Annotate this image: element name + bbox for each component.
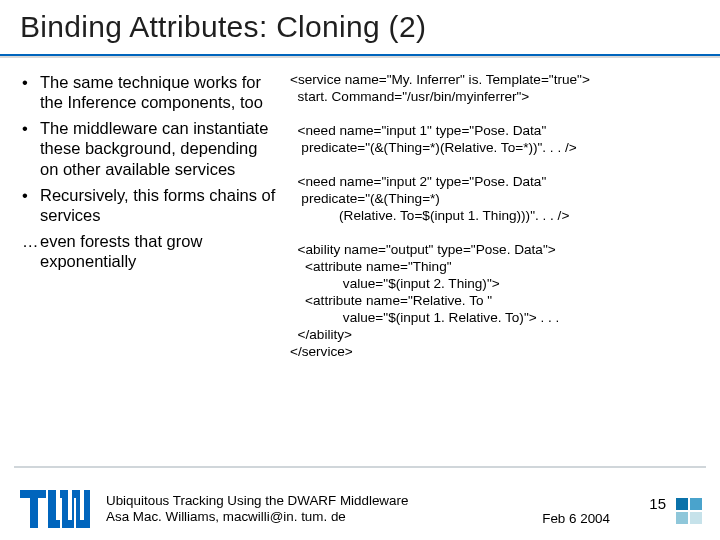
right-column: <service name="My. Inferrer" is. Templat… (290, 72, 700, 361)
code-line: predicate="(&(Thing=*) (290, 191, 440, 206)
code-line: <need name="input 1" type="Pose. Data" (290, 123, 546, 138)
footer-date: Feb 6 2004 (542, 511, 610, 526)
page-number: 15 (649, 495, 666, 512)
left-column: • The same technique works for the Infer… (20, 72, 278, 361)
code-line: <attribute name="Thing" (290, 259, 452, 274)
bullet-list: • The same technique works for the Infer… (20, 72, 278, 271)
code-line: </ability> (290, 327, 352, 342)
code-line: <ability name="output" type="Pose. Data"… (290, 242, 556, 257)
slide-body: • The same technique works for the Infer… (0, 58, 720, 361)
bullet-text: even forests that grow exponentially (40, 232, 202, 270)
bullet-item: • Recursively, this forms chains of serv… (20, 185, 278, 225)
code-line: </service> (290, 344, 353, 359)
code-block: <service name="My. Inferrer" is. Templat… (290, 72, 700, 361)
footer-text: Ubiquitous Tracking Using the DWARF Midd… (106, 493, 408, 527)
bullet-item: … even forests that grow exponentially (20, 231, 278, 271)
footer-line1: Ubiquitous Tracking Using the DWARF Midd… (106, 493, 408, 510)
code-line: value="$(input 2. Thing)"> (290, 276, 500, 291)
slide-title: Binding Attributes: Cloning (2) (20, 10, 700, 44)
code-line (290, 225, 294, 240)
corner-squares-icon (676, 498, 704, 526)
bullet-text: The middleware can instantiate these bac… (40, 119, 268, 177)
code-line: <service name="My. Inferrer" is. Templat… (290, 72, 590, 87)
bullet-mark: • (22, 185, 28, 205)
bullet-text: Recursively, this forms chains of servic… (40, 186, 275, 224)
bullet-item: • The middleware can instantiate these b… (20, 118, 278, 178)
code-line: value="$(input 1. Relative. To)"> . . . (290, 310, 559, 325)
bullet-mark: • (22, 72, 28, 92)
bullet-text: The same technique works for the Inferen… (40, 73, 263, 111)
footer: Ubiquitous Tracking Using the DWARF Midd… (0, 466, 720, 540)
code-line: <attribute name="Relative. To " (290, 293, 492, 308)
code-line: <need name="input 2" type="Pose. Data" (290, 174, 546, 189)
svg-rect-0 (676, 498, 688, 510)
bullet-mark: • (22, 118, 28, 138)
svg-rect-1 (690, 498, 702, 510)
bullet-mark: … (22, 231, 39, 251)
footer-line2: Asa Mac. Williams, macwilli@in. tum. de (106, 509, 408, 526)
bullet-item: • The same technique works for the Infer… (20, 72, 278, 112)
svg-rect-3 (690, 512, 702, 524)
code-line (290, 157, 294, 172)
footer-rule (14, 466, 706, 468)
code-line: (Relative. To=$(input 1. Thing)))". . . … (290, 208, 569, 223)
tum-logo-icon (20, 490, 90, 528)
code-line (290, 106, 294, 121)
code-line: start. Command="/usr/bin/myinferrer"> (290, 89, 529, 104)
svg-rect-2 (676, 512, 688, 524)
code-line: predicate="(&(Thing=*)(Relative. To=*))"… (290, 140, 577, 155)
